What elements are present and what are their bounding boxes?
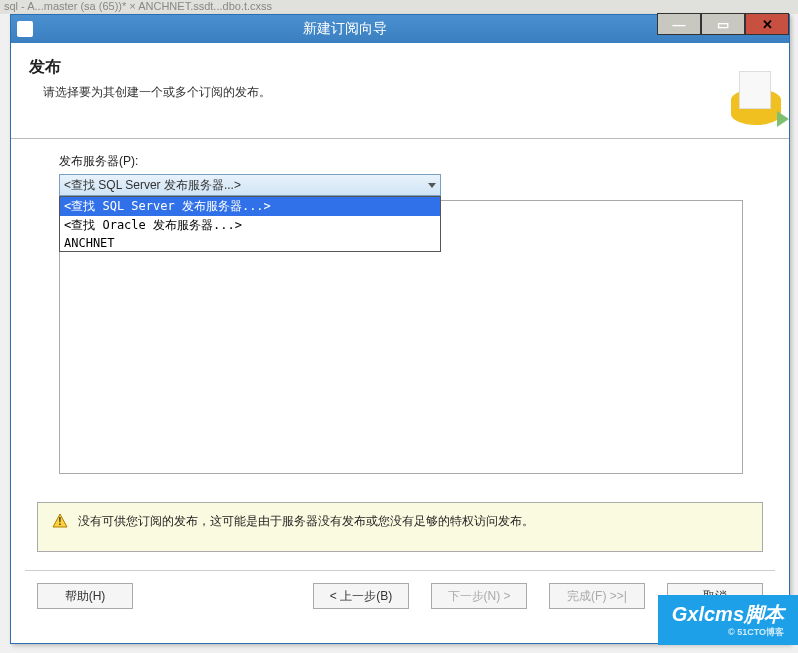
publisher-dropdown[interactable]: <查找 SQL Server 发布服务器...> <查找 Oracle 发布服务…	[59, 196, 441, 252]
publisher-label: 发布服务器(P):	[59, 153, 741, 170]
svg-text:!: !	[58, 516, 61, 527]
warning-icon: !	[52, 513, 68, 529]
maximize-button[interactable]: ▭	[701, 13, 745, 35]
watermark-main: Gxlcms脚本	[672, 603, 784, 625]
back-button[interactable]: < 上一步(B)	[313, 583, 409, 609]
page-title: 发布	[29, 57, 771, 78]
warning-box: ! 没有可供您订阅的发布，这可能是由于服务器没有发布或您没有足够的特权访问发布。	[37, 502, 763, 552]
dropdown-option[interactable]: <查找 SQL Server 发布服务器...>	[60, 197, 440, 216]
watermark-sub: © 51CTO博客	[672, 626, 784, 639]
publisher-combobox[interactable]: <查找 SQL Server 发布服务器...>	[59, 174, 441, 196]
chevron-down-icon	[428, 183, 436, 188]
background-tabs: sql - A...master (sa (65))* × ANCHNET.ss…	[0, 0, 798, 14]
dropdown-option[interactable]: ANCHNET	[60, 235, 440, 251]
window-title: 新建订阅向导	[33, 20, 657, 38]
titlebar[interactable]: 新建订阅向导 — ▭ ✕	[11, 15, 789, 43]
publisher-selected-text: <查找 SQL Server 发布服务器...>	[64, 177, 241, 194]
header-graphic	[717, 53, 789, 133]
app-icon	[17, 21, 33, 37]
wizard-window: 新建订阅向导 — ▭ ✕ 发布 请选择要为其创建一个或多个订阅的发布。 发布服务…	[10, 14, 790, 644]
close-button[interactable]: ✕	[745, 13, 789, 35]
help-button[interactable]: 帮助(H)	[37, 583, 133, 609]
finish-button[interactable]: 完成(F) >>|	[549, 583, 645, 609]
next-button[interactable]: 下一步(N) >	[431, 583, 527, 609]
watermark: Gxlcms脚本 © 51CTO博客	[658, 595, 798, 645]
dropdown-option[interactable]: <查找 Oracle 发布服务器...>	[60, 216, 440, 235]
warning-text: 没有可供您订阅的发布，这可能是由于服务器没有发布或您没有足够的特权访问发布。	[78, 513, 534, 530]
minimize-button[interactable]: —	[657, 13, 701, 35]
publisher-combo-wrap: <查找 SQL Server 发布服务器...> <查找 SQL Server …	[59, 174, 741, 196]
wizard-header: 发布 请选择要为其创建一个或多个订阅的发布。	[11, 43, 789, 139]
page-subtitle: 请选择要为其创建一个或多个订阅的发布。	[43, 84, 771, 101]
window-controls: — ▭ ✕	[657, 15, 789, 43]
content-area: 发布服务器(P): <查找 SQL Server 发布服务器...> <查找 S…	[11, 139, 789, 484]
